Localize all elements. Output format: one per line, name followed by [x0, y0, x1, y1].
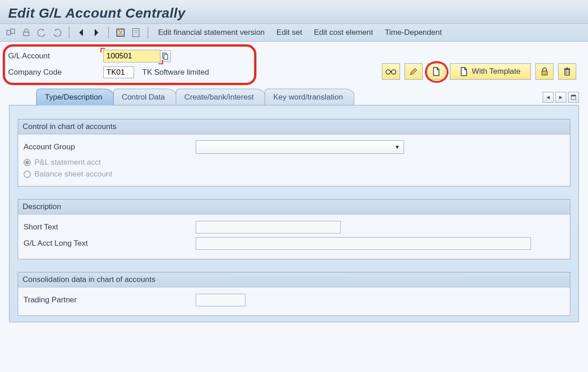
- create-button[interactable]: [427, 63, 445, 80]
- svg-rect-18: [571, 95, 576, 96]
- undo-icon[interactable]: [35, 27, 48, 38]
- svg-rect-1: [11, 29, 14, 33]
- display-button[interactable]: [382, 63, 400, 80]
- period-icon[interactable]: [114, 27, 127, 38]
- short-text-input[interactable]: [196, 221, 341, 234]
- edit-fsv-link[interactable]: Edit financial statement version: [154, 28, 269, 37]
- tab-panel: Control in chart of accounts Account Gro…: [9, 105, 579, 322]
- tabstrip: Type/Description Control Data Create/ban…: [0, 89, 588, 323]
- group-consolidation: Consolidation data in chart of accounts …: [18, 272, 570, 316]
- other-object-icon[interactable]: [5, 27, 17, 38]
- svg-rect-11: [542, 71, 547, 75]
- group-title: Description: [18, 200, 570, 215]
- radio-selected-icon: [24, 159, 31, 166]
- time-dependent-link[interactable]: Time-Dependent: [380, 28, 446, 37]
- svg-point-9: [386, 70, 390, 74]
- company-code-description: TK Software limited: [142, 68, 209, 77]
- prev-icon[interactable]: [75, 27, 87, 38]
- company-code-label: Company Code: [8, 68, 103, 77]
- redo-icon[interactable]: [51, 27, 63, 38]
- required-corner: [101, 48, 105, 52]
- required-corner: [159, 60, 163, 64]
- tab-type-description[interactable]: Type/Description: [36, 89, 114, 105]
- account-group-dropdown[interactable]: ▼: [196, 140, 404, 154]
- tab-scroll-right[interactable]: ►: [555, 92, 566, 103]
- trading-partner-input[interactable]: [196, 294, 246, 306]
- balance-sheet-radio: Balance sheet account: [24, 170, 564, 179]
- svg-rect-12: [565, 70, 569, 75]
- group-title: Consolidation data in chart of accounts: [18, 272, 570, 287]
- long-text-input[interactable]: [196, 237, 531, 250]
- new-doc-icon: [460, 67, 468, 76]
- block-button[interactable]: [535, 63, 554, 80]
- group-title: Control in chart of accounts: [18, 119, 570, 134]
- tab-control-data[interactable]: Control Data: [113, 89, 176, 105]
- pencil-icon: [410, 67, 418, 76]
- save-icon[interactable]: [130, 27, 142, 38]
- new-doc-icon: [433, 67, 440, 76]
- tab-list-button[interactable]: [568, 92, 579, 103]
- radio-icon: [24, 171, 31, 178]
- long-text-label: G/L Acct Long Text: [24, 239, 196, 248]
- company-code-input[interactable]: [103, 67, 134, 78]
- lock-closed-icon: [541, 67, 548, 76]
- separator: [148, 27, 148, 38]
- pl-statement-radio: P&L statement acct: [24, 158, 564, 167]
- gl-account-input[interactable]: [103, 50, 160, 62]
- with-template-label: With Template: [472, 67, 521, 76]
- header-actions: With Template: [382, 63, 576, 80]
- trash-icon: [564, 67, 571, 76]
- edit-set-link[interactable]: Edit set: [272, 28, 307, 37]
- lock-icon[interactable]: [20, 27, 33, 38]
- tab-create-bank-interest[interactable]: Create/bank/interest: [176, 89, 265, 105]
- caret-down-icon: ▼: [395, 144, 400, 150]
- account-group-label: Account Group: [24, 143, 196, 152]
- svg-point-10: [391, 70, 396, 74]
- separator: [69, 27, 69, 38]
- svg-rect-8: [164, 54, 168, 59]
- svg-rect-0: [7, 30, 10, 35]
- tab-keyword-translation[interactable]: Key word/translation: [265, 89, 354, 105]
- next-icon[interactable]: [90, 27, 103, 38]
- svg-rect-2: [24, 32, 29, 36]
- with-template-button[interactable]: With Template: [450, 63, 531, 80]
- delete-button[interactable]: [558, 63, 576, 80]
- group-description: Description Short Text G/L Acct Long Tex…: [18, 199, 570, 259]
- glasses-icon: [386, 68, 396, 75]
- title-bar: Edit G/L Account Centrally: [0, 0, 588, 24]
- separator: [108, 27, 109, 38]
- trading-partner-label: Trading Partner: [24, 296, 196, 305]
- tab-scroll-left[interactable]: ◄: [543, 92, 554, 103]
- page-title: Edit G/L Account Centrally: [8, 5, 581, 21]
- gl-account-label: G/L Account: [8, 52, 103, 61]
- edit-cost-element-link[interactable]: Edit cost element: [309, 28, 377, 37]
- header-parameters: G/L Account Company Code TK Software lim…: [0, 42, 588, 89]
- change-button[interactable]: [405, 63, 423, 80]
- group-control-chart: Control in chart of accounts Account Gro…: [18, 119, 570, 186]
- app-toolbar: Edit financial statement version Edit se…: [0, 24, 588, 42]
- short-text-label: Short Text: [24, 223, 196, 232]
